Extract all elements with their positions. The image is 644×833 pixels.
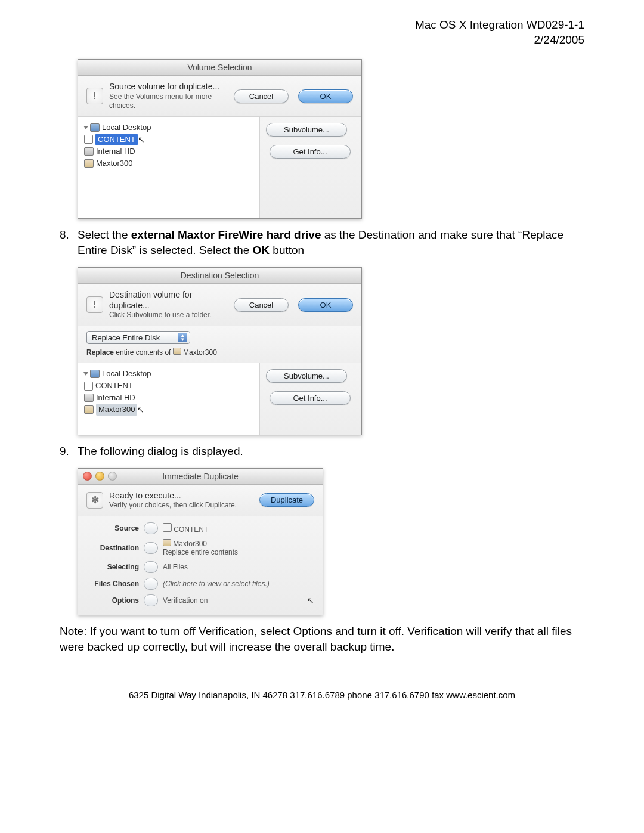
disclosure-icon[interactable] <box>83 372 88 376</box>
getinfo-button[interactable]: Get Info... <box>270 391 351 405</box>
zoom-icon[interactable] <box>108 472 117 481</box>
subvolume-button[interactable]: Subvolume... <box>266 369 347 383</box>
replace-summary: Replace entire contents of Maxtor300 <box>86 348 353 357</box>
dialog-titlebar: Volume Selection <box>78 60 361 76</box>
firewire-icon <box>163 523 172 532</box>
tree-item-internal[interactable]: Internal HD <box>96 145 135 157</box>
dialog-title: Destination Selection <box>181 271 259 280</box>
computer-icon <box>90 123 100 132</box>
files-chosen-button[interactable] <box>144 578 158 590</box>
duplicate-button[interactable]: Duplicate <box>259 493 314 507</box>
alert-icon: ! <box>86 88 103 104</box>
firewire-icon <box>84 135 93 144</box>
tree-item-maxtor[interactable]: Maxtor300 <box>96 404 137 416</box>
dialog-title: Volume Selection <box>187 63 252 72</box>
cancel-button[interactable]: Cancel <box>234 89 289 103</box>
options-label: Options <box>86 596 139 605</box>
files-chosen-label: Files Chosen <box>86 580 139 588</box>
page-footer: 6325 Digital Way Indianapolis, IN 46278 … <box>60 690 584 700</box>
source-label: Source <box>86 524 139 532</box>
source-button[interactable] <box>144 522 158 534</box>
volume-icon <box>84 159 94 168</box>
tree-item-internal[interactable]: Internal HD <box>96 392 135 404</box>
volume-tree[interactable]: Local Desktop CONTENT↖ Internal HD Maxto… <box>78 117 260 218</box>
cursor-icon: ↖ <box>138 134 145 145</box>
cancel-button[interactable]: Cancel <box>234 298 289 312</box>
dialog-title: Immediate Duplicate <box>162 472 239 481</box>
dialog-message: Source volume for duplicate... See the V… <box>109 82 228 110</box>
disclosure-icon[interactable] <box>83 126 88 129</box>
getinfo-button[interactable]: Get Info... <box>270 145 351 159</box>
close-icon[interactable] <box>83 472 92 481</box>
tree-item-content[interactable]: CONTENT <box>95 380 133 392</box>
cursor-icon: ↖ <box>307 596 314 605</box>
destination-label: Destination <box>86 544 139 552</box>
cursor-icon: ↖ <box>137 404 144 416</box>
doc-date: 2/24/2005 <box>60 33 584 48</box>
volume-icon <box>163 539 171 546</box>
doc-title: Mac OS X Integration WD029-1-1 <box>60 18 584 33</box>
destination-button[interactable] <box>144 542 158 554</box>
selecting-button[interactable] <box>144 561 158 573</box>
replace-mode-popup[interactable]: Replace Entire Disk ▲▼ <box>86 331 190 344</box>
dialog-titlebar: Immediate Duplicate <box>78 469 323 485</box>
hd-icon <box>84 147 94 156</box>
volume-tree[interactable]: Local Desktop CONTENT Internal HD Maxtor… <box>78 363 260 435</box>
volume-icon <box>84 405 94 414</box>
subvolume-button[interactable]: Subvolume... <box>266 123 347 137</box>
dialog-message: Ready to execute... Verify your choices,… <box>109 491 253 510</box>
minimize-icon[interactable] <box>95 472 104 481</box>
volume-icon <box>173 348 181 355</box>
options-button[interactable] <box>144 594 158 606</box>
volume-selection-dialog: Volume Selection ! Source volume for dup… <box>78 59 362 219</box>
computer-icon <box>90 370 100 378</box>
tree-item-content[interactable]: CONTENT <box>95 134 138 145</box>
retrospect-icon: ✻ <box>86 492 103 509</box>
ok-button[interactable]: OK <box>298 89 353 103</box>
doc-header: Mac OS X Integration WD029-1-1 2/24/2005 <box>60 18 584 47</box>
ok-button[interactable]: OK <box>298 298 353 312</box>
hd-icon <box>84 394 94 402</box>
dialog-titlebar: Destination Selection <box>78 268 361 284</box>
popup-arrows-icon: ▲▼ <box>178 333 187 342</box>
selecting-label: Selecting <box>86 563 139 571</box>
firewire-icon <box>84 382 93 391</box>
step-8: 8. Select the external Maxtor FireWire h… <box>60 227 584 259</box>
destination-selection-dialog: Destination Selection ! Destination volu… <box>78 267 362 435</box>
immediate-duplicate-dialog: Immediate Duplicate ✻ Ready to execute..… <box>78 468 323 616</box>
step-9: 9. The following dialog is displayed. <box>60 444 584 460</box>
note-text: Note: If you want to turn off Verificati… <box>60 624 584 654</box>
alert-icon: ! <box>86 296 103 313</box>
dialog-message: Destination volume for duplicate... Clic… <box>109 290 228 320</box>
tree-item-maxtor[interactable]: Maxtor300 <box>96 157 132 169</box>
